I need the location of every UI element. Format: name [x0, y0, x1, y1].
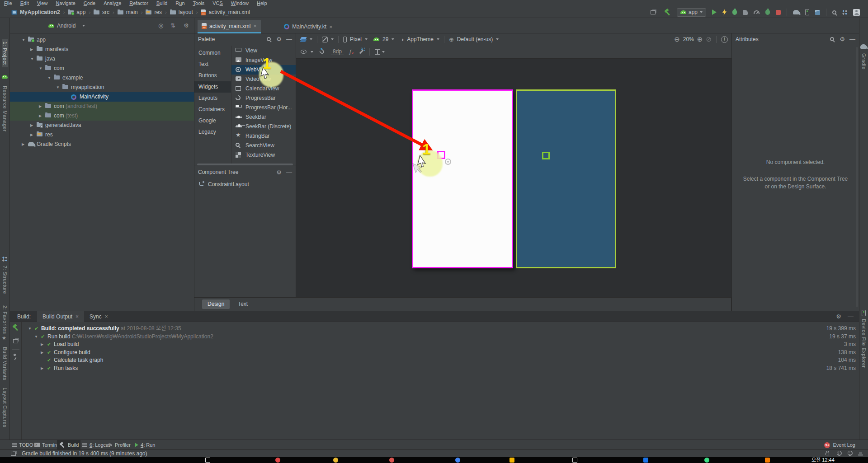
- taskbar-icon-app-light[interactable]: [572, 458, 577, 463]
- palette-category-text[interactable]: Text: [194, 59, 231, 70]
- project-tree-item-java[interactable]: ▼java: [10, 54, 194, 64]
- project-view-select[interactable]: Android: [57, 23, 75, 29]
- close-icon[interactable]: ×: [105, 313, 108, 320]
- theme-select[interactable]: AppTheme: [407, 36, 434, 42]
- taskbar-icon-app-orange-sq[interactable]: [765, 458, 770, 463]
- project-tree-item-com[interactable]: ▼com: [10, 64, 194, 73]
- sdk-manager-icon[interactable]: [815, 10, 820, 15]
- rerun-build-icon[interactable]: [12, 324, 19, 331]
- design-mode-tab-text[interactable]: Text: [232, 299, 253, 309]
- run-button[interactable]: [712, 9, 717, 15]
- palette-category-common[interactable]: Common: [194, 47, 231, 59]
- bottom-bar-item-todo[interactable]: TODO: [10, 440, 35, 450]
- sad-face-icon[interactable]: [848, 451, 853, 456]
- chevron-down-icon[interactable]: [311, 51, 313, 53]
- happy-face-icon[interactable]: [837, 451, 842, 456]
- build-output-row[interactable]: ✔Calculate task graph104 ms: [22, 356, 859, 364]
- design-mode-tab-design[interactable]: Design: [202, 299, 230, 309]
- chevron-down-icon[interactable]: ▼: [30, 54, 34, 64]
- menu-item-help[interactable]: Help: [253, 0, 271, 6]
- taskbar-icon-notepad[interactable]: [205, 458, 210, 463]
- chevron-right-icon[interactable]: ▶: [41, 349, 43, 356]
- bottom-bar-item-profiler[interactable]: Profiler: [105, 440, 132, 450]
- hide-panel-icon[interactable]: —: [286, 36, 292, 42]
- menu-item-edit[interactable]: Edit: [16, 0, 33, 6]
- tool-window-bars-icon[interactable]: [651, 10, 656, 14]
- project-tree-item-com[interactable]: ▶com (test): [10, 111, 194, 121]
- chevron-down-icon[interactable]: ▼: [56, 83, 60, 92]
- palette-category-google[interactable]: Google: [194, 115, 231, 126]
- breadcrumb-item-app[interactable]: app: [68, 9, 85, 15]
- project-tree-item-app[interactable]: ▼app: [10, 35, 194, 45]
- sidebar-item-favorites[interactable]: 2: Favorites: [2, 305, 8, 334]
- palette-item-view[interactable]: View: [231, 46, 296, 56]
- project-tree-item-com[interactable]: ▶com (androidTest): [10, 102, 194, 111]
- palette-item-seekbar[interactable]: SeekBar: [231, 112, 296, 122]
- sidebar-item-build-variants[interactable]: Build Variants: [2, 347, 8, 380]
- palette-item-ratingbar[interactable]: ★RatingBar: [231, 131, 296, 141]
- close-icon[interactable]: ×: [253, 23, 257, 29]
- close-icon[interactable]: ×: [75, 313, 79, 320]
- breadcrumb-item-main[interactable]: main: [118, 9, 138, 15]
- breadcrumb-item-activity_main.xml[interactable]: activity_main.xml: [201, 9, 250, 15]
- gear-icon[interactable]: ⚙: [276, 169, 282, 176]
- chevron-right-icon[interactable]: ▶: [22, 140, 24, 149]
- gradle-sync-icon[interactable]: [793, 10, 799, 14]
- build-output-row[interactable]: ▶✔Configure build138 ms: [22, 349, 859, 356]
- clear-constraints-icon[interactable]: ʃ: [349, 49, 351, 55]
- locate-file-icon[interactable]: ◎: [158, 22, 163, 29]
- chevron-down-icon[interactable]: [365, 38, 368, 40]
- design-preview[interactable]: [412, 89, 513, 268]
- status-message[interactable]: Gradle build finished in 19 s 400 ms (9 …: [22, 450, 147, 457]
- chevron-down-icon[interactable]: [496, 38, 499, 40]
- chevron-down-icon[interactable]: ▼: [47, 73, 51, 83]
- orientation-icon[interactable]: [322, 37, 328, 42]
- chevron-down-icon[interactable]: [392, 38, 394, 40]
- chevron-down-icon[interactable]: [331, 38, 334, 40]
- build-tab-build-output[interactable]: Build Output×: [37, 311, 84, 322]
- gear-icon[interactable]: ⚙: [836, 313, 841, 320]
- locale-select[interactable]: Default (en-us): [457, 36, 493, 42]
- bottom-bar-item-build[interactable]: Build: [57, 440, 80, 450]
- breadcrumb-item-res[interactable]: res: [146, 9, 162, 15]
- menu-item-tools[interactable]: Tools: [189, 0, 209, 6]
- breadcrumb-item-src[interactable]: src: [94, 9, 109, 15]
- gear-icon[interactable]: ⚙: [276, 36, 282, 42]
- palette-item-progressbar[interactable]: ProgressBar: [231, 94, 296, 103]
- event-log-button[interactable]: 9+ Event Log: [824, 440, 855, 450]
- stop-button[interactable]: [776, 10, 781, 15]
- taskbar-icon-app-blue[interactable]: [455, 458, 460, 463]
- chevron-down-icon[interactable]: [437, 38, 439, 40]
- infer-constraints-icon[interactable]: [359, 50, 363, 54]
- close-icon[interactable]: ×: [329, 23, 333, 30]
- chevron-right-icon[interactable]: ▶: [30, 130, 33, 140]
- chevron-right-icon[interactable]: ▶: [39, 102, 42, 111]
- chevron-right-icon[interactable]: ▶: [41, 365, 43, 372]
- chevron-down-icon[interactable]: ▼: [22, 35, 25, 45]
- debug-button[interactable]: [732, 9, 737, 15]
- chevron-down-icon[interactable]: [310, 38, 312, 40]
- avd-manager-icon[interactable]: [805, 9, 809, 15]
- gear-icon[interactable]: ⚙: [184, 22, 189, 29]
- sidebar-item-gradle[interactable]: Gradle: [861, 53, 867, 70]
- project-structure-icon[interactable]: [842, 10, 847, 15]
- menu-item-run[interactable]: Run: [171, 0, 189, 6]
- project-tree-item-mainactivity[interactable]: MainActivity: [10, 92, 194, 102]
- palette-category-buttons[interactable]: Buttons: [194, 70, 231, 81]
- pack-align-icon[interactable]: [377, 49, 378, 55]
- project-tree-item-res[interactable]: ▶res: [10, 130, 194, 140]
- api-level-select[interactable]: 29: [382, 36, 388, 42]
- palette-category-containers[interactable]: Containers: [194, 104, 231, 115]
- build-output-row[interactable]: ▼✔Run build C:₩Users₩ssiig₩AndroidStudio…: [22, 333, 859, 341]
- attach-debugger-icon[interactable]: [743, 10, 748, 15]
- profile-avatar[interactable]: [853, 9, 860, 16]
- chevron-down-icon[interactable]: ▼: [39, 64, 42, 73]
- palette-item-textureview[interactable]: TextureView: [231, 150, 296, 160]
- search-icon[interactable]: [267, 37, 271, 41]
- attach-debugger-to-process-icon[interactable]: [765, 9, 770, 15]
- hide-panel-icon[interactable]: —: [286, 169, 292, 176]
- sidebar-item-project[interactable]: 1: Project: [2, 39, 8, 67]
- palette-item-searchview[interactable]: SearchView: [231, 141, 296, 150]
- chevron-right-icon[interactable]: ▶: [30, 121, 33, 130]
- menu-item-code[interactable]: Code: [80, 0, 99, 6]
